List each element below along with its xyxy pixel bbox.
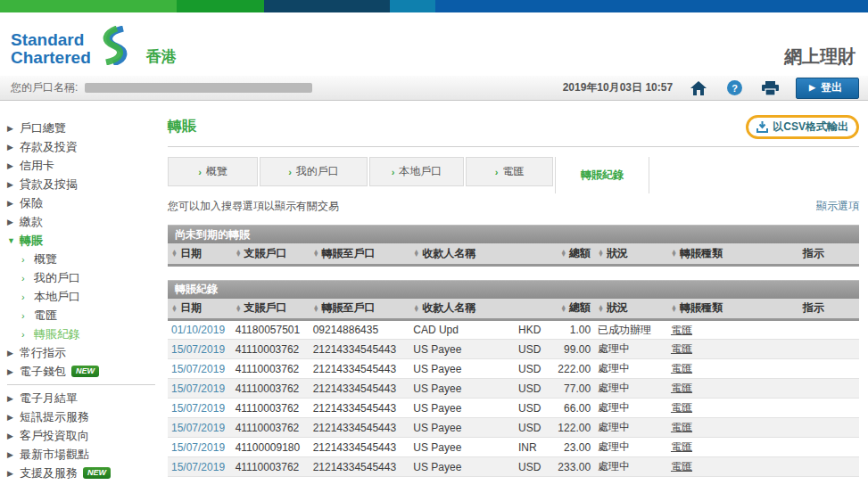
sort-icon[interactable]: ▲▼ bbox=[171, 305, 178, 312]
show-options-link[interactable]: 顯示選項 bbox=[816, 199, 859, 214]
sidebar-item-貸款及按揭[interactable]: ▶貸款及按揭 bbox=[7, 175, 166, 193]
sort-icon[interactable]: ▲▼ bbox=[236, 305, 242, 312]
print-icon[interactable] bbox=[760, 80, 780, 96]
cell-日期[interactable]: 15/07/2019 bbox=[168, 379, 232, 399]
transfer-type-link[interactable]: 電匯 bbox=[671, 401, 692, 414]
sidebar-item-我的戶口[interactable]: ›我的戶口 bbox=[7, 268, 166, 287]
column-header-支賬戶口[interactable]: ▲▼支賬戶口 bbox=[232, 243, 310, 265]
column-header-轉賬種類[interactable]: ▲▼轉賬種類 bbox=[667, 299, 768, 320]
cell-日期[interactable]: 15/07/2019 bbox=[168, 418, 232, 438]
tab-我的戶口[interactable]: ›我的戶口 bbox=[260, 157, 368, 186]
column-header-狀況[interactable]: ▲▼狀況 bbox=[594, 299, 667, 320]
sort-icon[interactable]: ▲▼ bbox=[413, 250, 419, 257]
sidebar-item-電子月結單[interactable]: ▶電子月結單 bbox=[7, 389, 166, 407]
column-header-總額[interactable]: ▲▼總額 bbox=[551, 243, 594, 265]
sidebar-item-支援及服務[interactable]: ▶支援及服務NEW bbox=[7, 464, 166, 482]
column-header-收款人名稱[interactable]: ▲▼收款人名稱 bbox=[409, 299, 515, 320]
cell-收款人名稱: US Payee bbox=[409, 457, 515, 477]
sidebar-item-短訊提示服務[interactable]: ▶短訊提示服務 bbox=[7, 407, 166, 426]
column-header-日期[interactable]: ▲▼日期 bbox=[168, 243, 232, 265]
transfer-date-link[interactable]: 15/07/2019 bbox=[171, 382, 225, 395]
sidebar-item-戶口總覽[interactable]: ▶戶口總覽 bbox=[7, 119, 166, 137]
sidebar-item-轉賬紀錄[interactable]: ›轉賬紀錄 bbox=[7, 325, 166, 343]
sidebar-item-繳款[interactable]: ▶繳款 bbox=[7, 212, 166, 231]
cell-日期[interactable]: 15/07/2019 bbox=[168, 340, 232, 359]
sidebar-item-概覽[interactable]: ›概覽 bbox=[7, 250, 166, 268]
cell-收款人名稱: US Payee bbox=[409, 340, 515, 359]
sort-icon[interactable]: ▲▼ bbox=[560, 250, 566, 257]
sidebar-item-轉賬[interactable]: ▼轉賬 bbox=[7, 231, 166, 250]
sidebar-item-保險[interactable]: ▶保險 bbox=[7, 193, 166, 212]
sidebar-item-本地戶口[interactable]: ›本地戶口 bbox=[7, 287, 166, 306]
transfer-type-link[interactable]: 電匯 bbox=[671, 324, 692, 336]
transfer-type-link[interactable]: 電匯 bbox=[671, 460, 692, 473]
tab-電匯[interactable]: ›電匯 bbox=[466, 157, 553, 186]
export-csv-button[interactable]: 以CSV格式輸出 bbox=[746, 115, 859, 139]
transfer-date-link[interactable]: 15/07/2019 bbox=[171, 422, 225, 434]
sidebar-item-存款及投資[interactable]: ▶存款及投資 bbox=[7, 137, 166, 156]
column-header-currency bbox=[515, 243, 551, 265]
cell-指示 bbox=[768, 399, 859, 418]
sort-icon[interactable]: ▲▼ bbox=[313, 305, 319, 312]
cell-轉賬種類[interactable]: 電匯 bbox=[667, 457, 768, 477]
column-header-轉賬種類[interactable]: ▲▼轉賬種類 bbox=[667, 243, 768, 265]
cell-轉賬種類[interactable]: 電匯 bbox=[667, 379, 768, 399]
cell-轉賬種類[interactable]: 電匯 bbox=[667, 418, 768, 438]
sort-icon[interactable]: ▲▼ bbox=[236, 250, 242, 257]
sort-icon[interactable]: ▲▼ bbox=[171, 250, 178, 257]
cell-轉賬種類[interactable]: 電匯 bbox=[667, 359, 768, 379]
sort-icon[interactable]: ▲▼ bbox=[671, 250, 677, 257]
column-header-狀況[interactable]: ▲▼狀況 bbox=[594, 243, 667, 265]
transfer-type-link[interactable]: 電匯 bbox=[671, 440, 692, 453]
transfer-date-link[interactable]: 15/07/2019 bbox=[171, 441, 225, 454]
transfer-date-link[interactable]: 15/07/2019 bbox=[171, 363, 225, 375]
column-header-轉賬至戶口[interactable]: ▲▼轉賬至戶口 bbox=[310, 299, 410, 320]
sort-icon[interactable]: ▲▼ bbox=[413, 305, 419, 312]
transfer-date-link[interactable]: 01/10/2019 bbox=[171, 324, 225, 336]
cell-轉賬種類[interactable]: 電匯 bbox=[667, 399, 768, 418]
transfer-type-link[interactable]: 電匯 bbox=[671, 382, 692, 394]
sort-icon[interactable]: ▲▼ bbox=[671, 305, 677, 312]
sidebar-item-電子錢包[interactable]: ▶電子錢包NEW bbox=[7, 362, 166, 381]
sort-icon[interactable]: ▲▼ bbox=[560, 305, 566, 312]
home-icon[interactable] bbox=[689, 80, 708, 96]
cell-轉賬種類[interactable]: 電匯 bbox=[667, 320, 768, 340]
sidebar-item-常行指示[interactable]: ▶常行指示 bbox=[7, 343, 166, 362]
cell-轉賬種類[interactable]: 電匯 bbox=[667, 340, 768, 359]
sidebar-item-電匯[interactable]: ›電匯 bbox=[7, 306, 166, 325]
column-header-收款人名稱[interactable]: ▲▼收款人名稱 bbox=[409, 243, 515, 265]
transfer-type-link[interactable]: 電匯 bbox=[671, 421, 692, 433]
sidebar-item-label: 信用卡 bbox=[20, 158, 54, 174]
cell-轉賬種類[interactable]: 電匯 bbox=[667, 438, 768, 457]
transfer-type-link[interactable]: 電匯 bbox=[671, 362, 692, 374]
help-icon[interactable]: ? bbox=[724, 80, 744, 96]
transfer-date-link[interactable]: 15/07/2019 bbox=[171, 402, 225, 415]
cell-日期[interactable]: 15/07/2019 bbox=[168, 438, 232, 457]
sidebar-item-最新市場觀點[interactable]: ▶最新市場觀點 bbox=[7, 445, 166, 464]
column-header-label: 轉賬至戶口 bbox=[322, 300, 376, 316]
tab-概覽[interactable]: ›概覽 bbox=[168, 157, 258, 186]
sort-icon[interactable]: ▲▼ bbox=[598, 305, 604, 312]
tab-轉賬紀錄[interactable]: 轉賬紀錄 bbox=[555, 157, 649, 193]
column-header-label: 總額 bbox=[569, 246, 591, 261]
brand-bar: Standard Chartered 香港 網上理財 bbox=[0, 12, 868, 76]
sidebar-item-信用卡[interactable]: ▶信用卡 bbox=[7, 156, 166, 175]
table-row: 15/07/20194111000376221214334545443US Pa… bbox=[168, 399, 859, 418]
cell-日期[interactable]: 15/07/2019 bbox=[168, 457, 232, 477]
tab-本地戶口[interactable]: ›本地戶口 bbox=[369, 157, 464, 186]
cell-日期[interactable]: 15/07/2019 bbox=[168, 359, 232, 379]
column-header-支賬戶口[interactable]: ▲▼支賬戶口 bbox=[232, 299, 310, 320]
column-header-轉賬至戶口[interactable]: ▲▼轉賬至戶口 bbox=[310, 243, 410, 265]
transfer-date-link[interactable]: 15/07/2019 bbox=[171, 461, 225, 473]
logout-button[interactable]: ▶ 登出 bbox=[796, 78, 859, 99]
transfer-date-link[interactable]: 15/07/2019 bbox=[171, 343, 225, 356]
sidebar-item-客戶投資取向[interactable]: ▶客戶投資取向 bbox=[7, 426, 166, 445]
transfer-type-link[interactable]: 電匯 bbox=[671, 342, 692, 355]
table-row: 15/07/20194111000376221214334545443US Pa… bbox=[168, 359, 859, 379]
cell-日期[interactable]: 01/10/2019 bbox=[168, 320, 232, 340]
column-header-日期[interactable]: ▲▼日期 bbox=[168, 299, 232, 320]
sort-icon[interactable]: ▲▼ bbox=[313, 250, 319, 257]
column-header-總額[interactable]: ▲▼總額 bbox=[551, 299, 594, 320]
sort-icon[interactable]: ▲▼ bbox=[598, 250, 604, 257]
cell-日期[interactable]: 15/07/2019 bbox=[168, 399, 232, 418]
